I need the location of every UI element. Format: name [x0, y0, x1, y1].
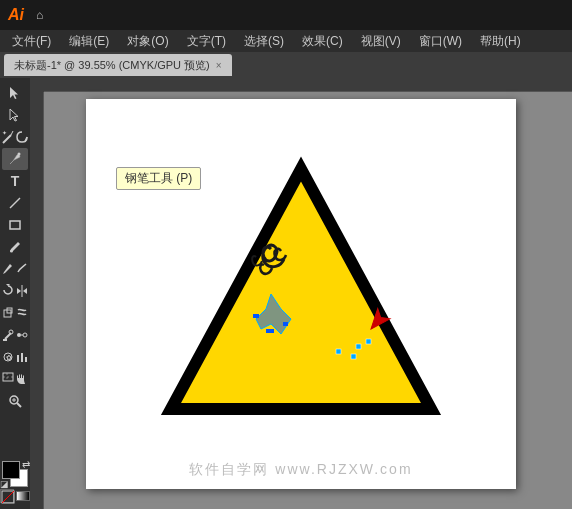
svg-rect-39: [356, 344, 361, 349]
svg-line-33: [2, 491, 14, 503]
menu-item[interactable]: 文件(F): [4, 31, 59, 52]
svg-text:✦: ✦: [2, 130, 7, 136]
svg-rect-38: [266, 329, 274, 333]
svg-rect-23: [21, 353, 23, 362]
horizontal-ruler: [44, 78, 572, 92]
svg-line-2: [3, 135, 11, 143]
svg-point-9: [10, 250, 13, 253]
symbol-tool[interactable]: ✿: [2, 346, 15, 368]
menu-item[interactable]: 帮助(H): [472, 31, 529, 52]
bar-chart-tool[interactable]: [16, 346, 29, 368]
svg-rect-40: [366, 339, 371, 344]
left-toolbar: ✦ T: [0, 78, 30, 509]
zoom-tool[interactable]: [2, 390, 28, 412]
document-tab[interactable]: 未标题-1* @ 39.55% (CMYK/GPU 预览) ×: [4, 54, 232, 76]
swap-colors-icon[interactable]: ⇄: [22, 459, 30, 470]
color-swatches[interactable]: ⇄ ◪: [2, 461, 28, 487]
svg-point-6: [18, 153, 21, 156]
menu-item[interactable]: 文字(T): [179, 31, 234, 52]
svg-point-18: [23, 333, 27, 337]
svg-marker-1: [10, 109, 18, 121]
tab-bar: 未标题-1* @ 39.55% (CMYK/GPU 预览) ×: [0, 52, 572, 78]
hand-tool[interactable]: [16, 368, 29, 390]
reset-colors-icon[interactable]: ◪: [0, 479, 9, 489]
ai-logo: Ai: [8, 6, 24, 24]
color-area: ⇄ ◪: [0, 461, 30, 503]
select-tool[interactable]: [2, 82, 28, 104]
vertical-ruler: [30, 92, 44, 509]
type-tool[interactable]: T: [2, 170, 28, 192]
tab-close-button[interactable]: ×: [216, 60, 222, 71]
direct-select-tool[interactable]: [2, 104, 28, 126]
svg-point-17: [17, 333, 21, 337]
eyedropper-tool[interactable]: [2, 324, 15, 346]
svg-line-7: [10, 198, 20, 208]
home-icon[interactable]: ⌂: [36, 8, 43, 22]
svg-marker-0: [10, 87, 18, 99]
svg-rect-22: [17, 355, 19, 362]
watermark: 软件自学网 www.RJZXW.com: [189, 461, 412, 479]
menu-item[interactable]: 选择(S): [236, 31, 292, 52]
warning-sign-svg: [156, 154, 446, 434]
gradient-swatch[interactable]: [16, 491, 30, 501]
svg-line-5: [25, 137, 27, 142]
pen-tool-tooltip: 钢笔工具 (P): [116, 167, 201, 190]
tab-title: 未标题-1* @ 39.55% (CMYK/GPU 预览): [14, 58, 210, 73]
slice-tool[interactable]: [2, 368, 15, 390]
rotate-tool[interactable]: [2, 280, 15, 302]
main-layout: ✦ T: [0, 78, 572, 509]
reflect-tool[interactable]: [16, 280, 29, 302]
smooth-tool[interactable]: [16, 258, 29, 280]
svg-rect-37: [283, 322, 288, 326]
title-bar: Ai ⌂: [0, 0, 572, 30]
none-swatch[interactable]: [0, 489, 14, 503]
foreground-color-swatch[interactable]: [2, 461, 20, 479]
svg-rect-24: [25, 357, 27, 362]
pencil-tool[interactable]: [2, 258, 15, 280]
menu-item[interactable]: 视图(V): [353, 31, 409, 52]
menu-item[interactable]: 效果(C): [294, 31, 351, 52]
menu-item[interactable]: 窗口(W): [411, 31, 470, 52]
pen-tool[interactable]: [2, 148, 28, 170]
canvas-area[interactable]: 软件自学网 www.RJZXW.com 钢笔工具 (P): [30, 78, 572, 509]
stroke-fill-row: [0, 489, 30, 503]
scale-tool[interactable]: [2, 302, 15, 324]
menu-bar: 文件(F)编辑(E)对象(O)文字(T)选择(S)效果(C)视图(V)窗口(W)…: [0, 30, 572, 52]
lasso-tool[interactable]: [16, 126, 29, 148]
menu-item[interactable]: 对象(O): [119, 31, 176, 52]
canvas-document: 软件自学网 www.RJZXW.com 钢笔工具 (P): [86, 99, 516, 489]
warp-tool[interactable]: [16, 302, 29, 324]
paintbrush-tool[interactable]: [2, 236, 28, 258]
svg-line-29: [17, 403, 21, 407]
ruler-corner: [30, 78, 44, 92]
svg-text:✿: ✿: [6, 354, 12, 361]
line-tool[interactable]: [2, 192, 28, 214]
svg-rect-41: [351, 354, 356, 359]
svg-rect-42: [336, 349, 341, 354]
magic-wand-tool[interactable]: ✦: [2, 126, 15, 148]
svg-line-3: [11, 131, 13, 135]
rect-tool[interactable]: [2, 214, 28, 236]
svg-marker-35: [188, 192, 414, 397]
svg-rect-16: [3, 339, 7, 341]
svg-rect-8: [10, 221, 20, 229]
blend-tool[interactable]: [16, 324, 29, 346]
menu-item[interactable]: 编辑(E): [61, 31, 117, 52]
svg-rect-36: [253, 314, 259, 318]
